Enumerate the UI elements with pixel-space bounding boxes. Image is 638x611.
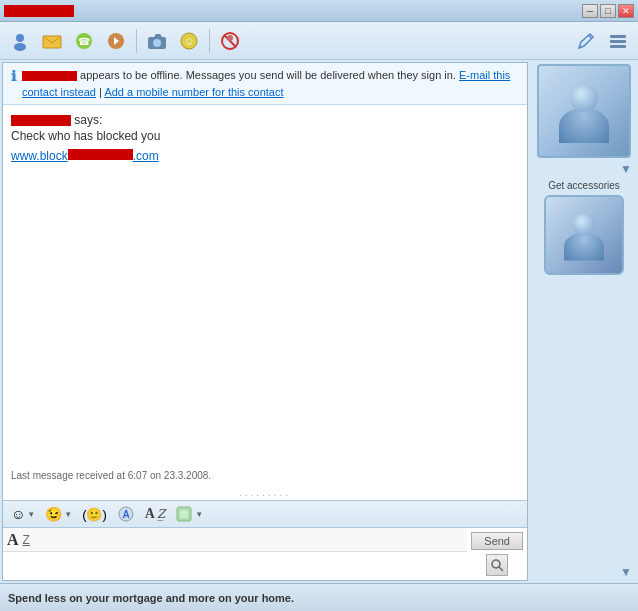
- says-label: says:: [74, 113, 102, 127]
- avatar-figure: [554, 76, 614, 146]
- svg-rect-21: [180, 510, 188, 518]
- accessories-avatar[interactable]: [544, 195, 624, 275]
- minimize-button[interactable]: ─: [582, 4, 598, 18]
- search-button[interactable]: [486, 554, 508, 576]
- side-panel: ▼ Get accessories ▼: [530, 60, 638, 583]
- info-bar: ℹ appears to be offline. Messages you se…: [3, 63, 527, 105]
- window-controls: ─ □ ✕: [582, 4, 634, 18]
- svg-rect-16: [610, 40, 626, 43]
- svg-point-22: [492, 560, 500, 568]
- message-body-1: Check who has blocked you: [11, 129, 519, 143]
- wink-icon: 😉: [45, 506, 62, 522]
- title-bar-left: [4, 5, 74, 17]
- contact-avatar: [537, 64, 631, 158]
- toolbar-sep-2: [209, 29, 210, 53]
- edit-icon[interactable]: [572, 27, 600, 55]
- add-mobile-link[interactable]: Add a mobile number for this contact: [104, 86, 283, 98]
- svg-line-23: [499, 567, 503, 571]
- contact-name-info: [22, 71, 77, 81]
- input-font-z[interactable]: Z: [23, 533, 30, 547]
- input-actions: Send: [467, 528, 527, 580]
- font-format-button[interactable]: A Z̲: [141, 503, 169, 525]
- emoji-dropdown-arrow: ▼: [27, 510, 35, 519]
- input-toolbar: ☺ ▼ 😉 ▼ (🙂) A A Z̲: [3, 500, 527, 528]
- main-layout: ℹ appears to be offline. Messages you se…: [0, 60, 638, 583]
- accessories-avatar-head: [573, 213, 595, 235]
- contact-icon[interactable]: [6, 27, 34, 55]
- svg-rect-17: [610, 45, 626, 48]
- send-button[interactable]: Send: [471, 532, 523, 550]
- contact-name-title: [4, 5, 74, 17]
- search-icon: [490, 558, 504, 572]
- svg-text:☺: ☺: [183, 35, 194, 47]
- status-text: Spend less on your mortgage and more on …: [8, 592, 294, 604]
- activity-icon[interactable]: ☺: [175, 27, 203, 55]
- status-bar: Spend less on your mortgage and more on …: [0, 583, 638, 611]
- message-body-2: www.block.com: [11, 149, 519, 163]
- font-color-button[interactable]: A: [113, 503, 139, 525]
- side-bottom-arrow[interactable]: ▼: [620, 565, 632, 579]
- input-font-a[interactable]: A: [7, 531, 19, 549]
- svg-point-1: [14, 43, 26, 51]
- link-redacted: [68, 149, 133, 160]
- background-button[interactable]: ▼: [171, 503, 207, 525]
- input-area: A Z Send: [3, 528, 527, 580]
- wink-dropdown-arrow: ▼: [64, 510, 72, 519]
- info-icon: ℹ: [11, 68, 16, 84]
- messages-area: says: Check who has blocked you www.bloc…: [3, 105, 527, 468]
- sender-name: [11, 115, 71, 126]
- svg-text:☎: ☎: [78, 36, 90, 47]
- svg-rect-15: [610, 35, 626, 38]
- format-a-icon: A: [145, 506, 155, 522]
- format-z-icon: Z̲: [157, 507, 165, 522]
- title-bar: ─ □ ✕: [0, 0, 638, 22]
- avatar-head: [570, 84, 598, 112]
- main-toolbar: ☎ ☺: [0, 22, 638, 60]
- divider-dots: .........: [3, 485, 527, 500]
- phone-icon[interactable]: ☎: [70, 27, 98, 55]
- svg-marker-8: [154, 34, 162, 37]
- side-scroll-arrow[interactable]: ▼: [620, 162, 632, 176]
- accessories-avatar-body: [564, 233, 604, 261]
- chat-panel: ℹ appears to be offline. Messages you se…: [2, 62, 528, 581]
- close-button[interactable]: ✕: [618, 4, 634, 18]
- email-icon[interactable]: [38, 27, 66, 55]
- get-accessories-label: Get accessories: [548, 180, 620, 191]
- font-color-icon: A: [117, 505, 135, 523]
- camera-icon[interactable]: [143, 27, 171, 55]
- svg-point-13: [227, 35, 233, 41]
- custom-icon: (🙂): [82, 507, 107, 522]
- svg-text:A: A: [122, 509, 129, 520]
- message-link[interactable]: www.block.com: [11, 149, 159, 163]
- block-icon[interactable]: [216, 27, 244, 55]
- avatar-body: [559, 108, 609, 143]
- custom-emoticon-button[interactable]: (🙂): [78, 503, 111, 525]
- message-input[interactable]: [3, 552, 467, 580]
- background-icon: [175, 505, 193, 523]
- accessories-avatar-figure: [560, 207, 608, 263]
- emoji-button[interactable]: ☺ ▼: [7, 503, 39, 525]
- offline-text: appears to be offline. Messages you send…: [80, 69, 456, 81]
- info-text: appears to be offline. Messages you send…: [22, 67, 519, 100]
- restore-button[interactable]: □: [600, 4, 616, 18]
- emoji-icon: ☺: [11, 506, 25, 522]
- message-sender: says:: [11, 113, 519, 127]
- toolbar-sep-1: [136, 29, 137, 53]
- timestamp: Last message received at 6:07 on 23.3.20…: [11, 470, 211, 481]
- settings-icon[interactable]: [604, 27, 632, 55]
- wink-button[interactable]: 😉 ▼: [41, 503, 76, 525]
- timestamp-area: Last message received at 6:07 on 23.3.20…: [3, 468, 527, 485]
- back-icon[interactable]: [102, 27, 130, 55]
- bg-dropdown-arrow: ▼: [195, 510, 203, 519]
- svg-point-7: [153, 39, 161, 47]
- svg-point-0: [16, 34, 24, 42]
